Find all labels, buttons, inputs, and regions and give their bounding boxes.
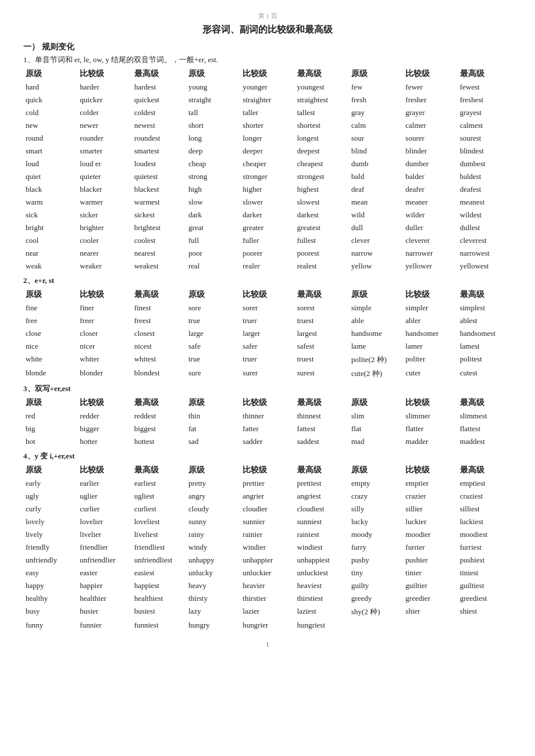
table-cell: freest [132, 315, 186, 327]
table-cell: baldest [458, 171, 512, 182]
table-cell: angry [186, 490, 240, 502]
table-cell: bright [23, 222, 77, 234]
table-cell: unfriendly [23, 554, 77, 566]
table-cell: warmest [132, 196, 186, 208]
table-cell: flattest [458, 423, 512, 435]
table-cell: prettier [240, 478, 294, 489]
table-cell: sorest [295, 302, 349, 314]
table-cell: wilder [403, 209, 457, 221]
table-cell: wild [349, 209, 403, 221]
table-cell: simple [349, 302, 403, 314]
column-header: 原级 [349, 67, 403, 80]
table-cell: safe [186, 341, 240, 352]
table-cell: greedier [403, 593, 457, 604]
intro-text: 1、单音节词和 er, le, ow, y 结尾的双音节词。，一般+er, es… [23, 55, 512, 65]
table-cell: heavier [240, 580, 294, 592]
table-cell: moodier [403, 529, 457, 540]
table-row: warmwarmerwarmestslowslowerslowestmeanme… [23, 196, 512, 208]
table-row: funnyfunnierfunniesthungryhungrierhungri… [23, 619, 512, 631]
section4-header-row: 原级比较级最高级原级比较级最高级原级比较级最高级 [23, 464, 512, 476]
table-row: lovelylovelierloveliestsunnysunniersunni… [23, 516, 512, 528]
table-cell: curliest [132, 503, 186, 515]
column-header: 最高级 [295, 464, 349, 476]
table-row: blondeblonderblondestsuresurersurestcute… [23, 367, 512, 380]
table-cell: calmer [403, 120, 457, 131]
table-cell: young [186, 81, 240, 93]
table-cell: abler [403, 315, 457, 327]
table-cell: few [349, 81, 403, 93]
table-cell: great [186, 222, 240, 234]
main-title: 形容词、副词的比较级和最高级 [23, 24, 512, 36]
table-cell: heaviest [295, 580, 349, 592]
table-cell: quieter [77, 171, 131, 182]
table-cell: cleverer [403, 235, 457, 246]
table-cell: lovely [23, 516, 77, 528]
table-cell: youngest [295, 81, 349, 93]
table-cell: lamer [403, 341, 457, 352]
column-header: 比较级 [77, 67, 131, 80]
table-cell: poorer [240, 248, 294, 259]
section1-title: 一） 规则变化 [23, 42, 512, 52]
table-cell: poorest [295, 248, 349, 259]
table-cell: saddest [295, 436, 349, 447]
table-cell: whitest [132, 353, 186, 366]
table-cell: highest [295, 184, 349, 195]
table-cell: dull [349, 222, 403, 234]
table-cell: hard [23, 81, 77, 93]
table-cell: narrower [403, 248, 457, 259]
table-cell: shorter [240, 120, 294, 131]
table-cell: hungrier [240, 619, 294, 631]
table-cell: nicest [132, 341, 186, 352]
column-header: 原级 [349, 464, 403, 476]
table-cell: cuter [403, 367, 457, 380]
section3-header-row: 原级比较级最高级原级比较级最高级原级比较级最高级 [23, 396, 512, 409]
table-row: redredderreddestthinthinnerthinnestslims… [23, 410, 512, 422]
table-cell: weakest [132, 260, 186, 272]
table-cell: closest [132, 328, 186, 339]
table-cell: nicer [77, 341, 131, 352]
table-cell: uglier [77, 490, 131, 502]
column-header: 最高级 [458, 67, 512, 80]
table-cell: cloudiest [295, 503, 349, 515]
column-header: 原级 [186, 396, 240, 409]
table-cell: realer [240, 260, 294, 272]
table-cell: angriest [295, 490, 349, 502]
table-cell: dullest [458, 222, 512, 234]
table-cell: fat [186, 423, 240, 435]
table-cell: smarter [77, 145, 131, 157]
section2-header-row: 原级比较级最高级原级比较级最高级原级比较级最高级 [23, 288, 512, 301]
table-cell: higher [240, 184, 294, 195]
column-header: 比较级 [240, 67, 294, 80]
table-cell: tall [186, 107, 240, 119]
table-row: happyhappierhappiestheavyheavierheaviest… [23, 580, 512, 592]
table-cell: politest [458, 353, 512, 366]
table-cell: guilty [349, 580, 403, 592]
table-cell: quickest [132, 94, 186, 106]
table-cell: straightest [295, 94, 349, 106]
table-cell: hardest [132, 81, 186, 93]
table-cell: fresh [349, 94, 403, 106]
table-cell: furry [349, 542, 403, 553]
table-cell: fresher [403, 94, 457, 106]
table-cell: handsomer [403, 328, 457, 339]
table-cell: funniest [132, 619, 186, 631]
table-cell: lucky [349, 516, 403, 528]
table-cell: grayer [403, 107, 457, 119]
table-cell: busy [23, 605, 77, 618]
table-cell: finest [132, 302, 186, 314]
column-header: 原级 [186, 464, 240, 476]
table-cell: largest [295, 328, 349, 339]
table-cell: slim [349, 410, 403, 422]
table-cell: furriest [458, 542, 512, 553]
table-cell: fullest [295, 235, 349, 246]
table-cell: luckier [403, 516, 457, 528]
table-cell: friendliest [132, 542, 186, 553]
table-cell: deafer [403, 184, 457, 195]
table-cell: surest [295, 367, 349, 380]
table-cell: strong [186, 171, 240, 182]
table-cell: hungriest [295, 619, 349, 631]
table-cell: narrowest [458, 248, 512, 259]
table-cell: tallest [295, 107, 349, 119]
table-cell: blonde [23, 367, 77, 380]
table-cell: full [186, 235, 240, 246]
